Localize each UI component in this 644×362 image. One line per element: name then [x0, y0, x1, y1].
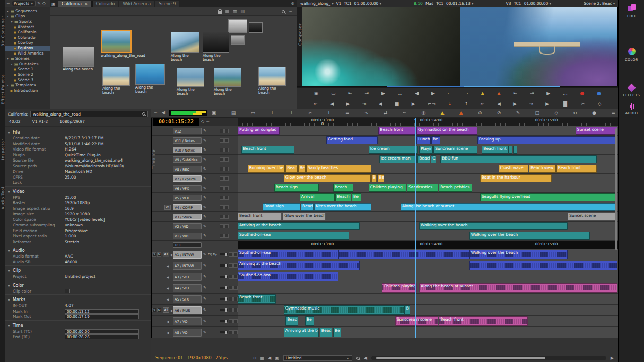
rail-tab-effect-palette[interactable]: Effect Palette — [1, 74, 5, 104]
inspector-section-file[interactable]: ▾File — [5, 127, 151, 136]
timeline-clip[interactable]: Beach — [301, 203, 314, 211]
field-checkbox[interactable] — [65, 289, 70, 293]
timeline-clip[interactable]: Beach front — [238, 294, 276, 304]
timeline-clip[interactable]: Walking over the beach — [419, 222, 568, 230]
inspector-section-time[interactable]: ▾Time — [5, 320, 151, 329]
track-name-v7[interactable]: V7 / Experts — [173, 175, 202, 182]
record-enable-icon[interactable]: ✎ — [202, 196, 207, 200]
timeline-clip[interactable]: Sunscream scene — [395, 316, 438, 326]
timeline-clip[interactable]: Gymnastics on the beach — [416, 127, 477, 135]
close-icon[interactable]: × — [84, 1, 88, 7]
lift-icon[interactable]: ↥ — [464, 102, 468, 107]
folder-arrow-icon[interactable]: ▾ — [10, 61, 13, 67]
track-lane-tc1[interactable]: 00:01:13:0000:01:14:0000:01:15:00 — [238, 241, 618, 249]
sidebar-item-equinox[interactable]: Equinox — [5, 46, 50, 51]
sync-lock-toggle[interactable] — [220, 215, 224, 219]
bin-clip-thumbnail[interactable]: Along the beach — [177, 68, 204, 96]
timeline-clip[interactable]: Putting on sunglas — [238, 127, 280, 135]
client-monitor-icon[interactable]: ▭ — [250, 111, 255, 116]
track-lane-a2[interactable]: Arriving at the beach — [238, 260, 618, 271]
timeline-clip[interactable]: Beach front — [241, 146, 294, 154]
bin-clip-thumbnail[interactable]: Along the beach — [63, 47, 94, 72]
toggle-track-panel-icon[interactable]: ◇ — [201, 119, 204, 125]
track-name-a4[interactable]: A4 / SOT — [173, 284, 202, 292]
pan-slider[interactable] — [220, 309, 228, 311]
record-clip-menu[interactable]: Scene 2: Beac ▾ — [584, 1, 615, 6]
hamburger-menu-icon[interactable]: ≡ — [6, 1, 10, 6]
segment-overwrite-icon[interactable]: ▲ — [459, 111, 463, 116]
track-name-v9[interactable]: V9 / Subtitles — [173, 156, 202, 163]
sidebar-item-sports[interactable]: ▾Sports — [5, 19, 50, 24]
field-input[interactable]: 00:00:26:26 — [65, 334, 139, 339]
timeline-clip[interactable]: Playing — [419, 146, 433, 154]
timeline-clip[interactable]: Seagulls flying overhead — [480, 193, 618, 201]
pen-icon[interactable]: ✎ — [516, 111, 520, 116]
record-tc-type[interactable]: TC1 — [514, 1, 521, 6]
sidebar-item-templates[interactable]: ▾Templates — [5, 83, 50, 88]
motion-effect-icon[interactable]: ▣ — [314, 91, 319, 96]
workspace-color[interactable]: COLOR — [619, 48, 644, 62]
bin-clip-thumbnail[interactable]: Along the beach — [214, 68, 241, 96]
sync-lock-toggle[interactable] — [229, 308, 233, 312]
source-track-patch[interactable]: V1 — [163, 205, 172, 210]
sidebar-item-out-takes[interactable]: ▾Out-takes — [5, 61, 50, 67]
track-lane-v2[interactable]: Arriving at the beachWalking over the be… — [238, 222, 618, 231]
record-icon[interactable]: ● — [580, 91, 585, 96]
step-forward-icon[interactable]: ▶ — [431, 91, 435, 96]
track-name-a7[interactable]: A7 / VO — [173, 317, 202, 325]
track-lane-v10[interactable]: Beach frontIce creamPlayingSuncream scen… — [238, 145, 618, 155]
timeline-clip[interactable]: Children playing — [369, 184, 406, 192]
track-lane-v7[interactable]: Glow over the beachBBeBoat in the harbou… — [238, 174, 618, 183]
monitor-position-bar[interactable] — [297, 86, 618, 87]
track-lane-a4[interactable]: Children playingAlong the beach at sunse… — [238, 282, 618, 294]
inspector-clip-name-field[interactable]: walking_along_the_road — [30, 111, 148, 117]
scissors-icon[interactable]: ✂ — [581, 102, 586, 107]
track-monitor-toggle[interactable] — [233, 330, 238, 334]
track-monitor-toggle[interactable] — [233, 263, 238, 268]
timeline-clip[interactable]: Beach front — [439, 316, 528, 326]
bin-close-icon[interactable]: ⊘ — [291, 1, 294, 6]
timeline-clip[interactable]: Walking over the beach — [469, 250, 568, 259]
master-timecode-display[interactable]: 00:01:15:22 — [153, 118, 199, 126]
source-clip-menu[interactable]: walking_along_ ▾ — [300, 1, 333, 6]
inspector-section-video[interactable]: ▾Video — [5, 186, 151, 195]
sidebar-item-scene-1[interactable]: Scene 1 — [5, 67, 50, 72]
track-monitor-toggle[interactable] — [224, 138, 229, 143]
solo-button[interactable]: S — [152, 308, 156, 312]
box-select-icon[interactable]: □ — [535, 111, 539, 116]
timeline-clip[interactable]: Beach sign — [274, 184, 319, 192]
record-enable-icon[interactable]: ✎ — [202, 252, 207, 257]
timeline-clip[interactable]: B — [371, 174, 377, 182]
sync-lock-toggle[interactable] — [220, 205, 224, 209]
toolbar-menu-icon[interactable]: ≡ — [611, 111, 615, 116]
folder-arrow-icon[interactable]: ▸ — [6, 8, 10, 14]
video-monitor-icon[interactable]: ▣ — [275, 356, 279, 361]
search-icon[interactable] — [282, 10, 285, 13]
play-forward-icon[interactable]: ▶ — [545, 102, 549, 107]
composer-rail[interactable]: Composer — [297, 7, 302, 86]
scroll-left-icon[interactable]: ◀ — [364, 356, 367, 361]
sidebar-item-sequences[interactable]: ▸Sequences — [5, 8, 50, 14]
bin-tab-california[interactable]: California× — [58, 1, 92, 7]
audio-wave-icon[interactable]: ∿ — [364, 111, 369, 116]
add-marker-icon[interactable]: ⊕ — [478, 111, 482, 116]
timeline-clip[interactable]: Packing up — [477, 136, 618, 144]
timeline-clip[interactable]: B — [405, 305, 410, 315]
timeline-clip[interactable]: Beach front — [482, 146, 508, 154]
frame-back-icon[interactable]: ◀ — [330, 102, 334, 107]
timeline-clip[interactable]: Southed-on-sea — [238, 272, 338, 281]
draft-quality-icon[interactable]: ▤ — [231, 111, 236, 116]
track-name-v1[interactable]: V1 / VID — [173, 233, 202, 239]
bin-tab-wild-america[interactable]: Wild America — [119, 1, 154, 7]
timeline-clip[interactable]: Getting food — [326, 136, 378, 144]
timeline-clip[interactable]: Lunch — [416, 136, 431, 144]
record-timecode[interactable]: 01:00:00:00 ▾ — [524, 1, 551, 6]
track-monitor-toggle[interactable] — [224, 167, 229, 171]
sidebar-item-california[interactable]: California — [5, 30, 50, 35]
timeline-clip[interactable]: Walking over the beach — [469, 232, 590, 240]
video-quality-icon[interactable]: ▣ — [212, 111, 216, 116]
track-name-v6[interactable]: V6 / VFX — [173, 185, 202, 191]
find-icon[interactable]: ◎ — [421, 111, 425, 116]
track-lane-v5[interactable]: ArrivalBeachBeSeagulls flying overhead — [238, 193, 618, 202]
timeline-clip[interactable]: Children playing — [382, 283, 417, 293]
